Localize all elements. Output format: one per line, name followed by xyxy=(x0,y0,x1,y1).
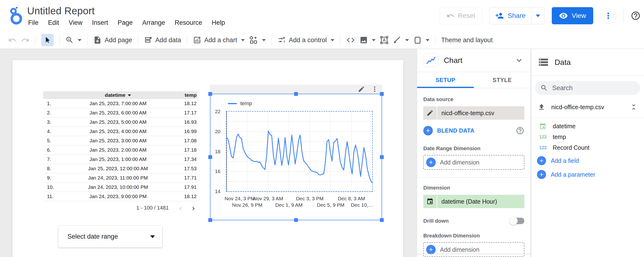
shape-caret xyxy=(426,39,430,41)
table-row: 5.Jan 25, 2023, 3:00:00 AM17.08 xyxy=(43,136,198,146)
reset-button[interactable]: Reset xyxy=(440,7,482,24)
y-tick-label: 22 xyxy=(215,109,220,114)
date-range-control[interactable]: Select date range xyxy=(58,226,162,248)
field-temp[interactable]: 123temp xyxy=(531,132,644,142)
line-chart-widget[interactable]: temp 2220181614 Nov 24, 3 PMNov 29, 3 AM… xyxy=(210,85,382,220)
menu-view[interactable]: View xyxy=(69,19,82,26)
table-row: 8.Jan 25, 2023, 12:00:00 AM17.53 xyxy=(43,164,198,173)
resize-handle-sw[interactable] xyxy=(208,218,212,222)
chart-selection-frame[interactable]: temp 2220181614 Nov 24, 3 PMNov 29, 3 AM… xyxy=(210,94,382,220)
resize-handle-nw[interactable] xyxy=(208,92,212,96)
y-tick-label: 16 xyxy=(215,168,220,174)
table-row: 3.Jan 25, 2023, 5:00:00 AM16.93 xyxy=(43,118,198,127)
share-label: Share xyxy=(508,12,526,20)
add-page-button[interactable]: Add page xyxy=(93,36,132,44)
zoom-tool-button[interactable] xyxy=(65,36,82,44)
report-page[interactable]: datetime temp 1.Jan 25, 2023, 7:00:00 AM… xyxy=(12,60,403,257)
add-parameter-button[interactable]: + Add a parameter xyxy=(531,168,644,181)
search-input[interactable]: Search xyxy=(535,81,640,95)
add-chart-button[interactable]: Add a chart xyxy=(193,36,245,44)
help-icon[interactable] xyxy=(516,126,524,135)
dimension-chip[interactable]: datetime (Date Hour) xyxy=(423,195,524,208)
resize-handle-s[interactable] xyxy=(294,218,298,222)
add-field-button[interactable]: + Add a field xyxy=(531,154,644,167)
view-button[interactable]: View xyxy=(552,7,593,24)
resize-handle-ne[interactable] xyxy=(380,92,384,96)
breakdown-add-dimension[interactable]: + Add dimension xyxy=(423,242,524,257)
data-source-row[interactable]: nicd-office-temp.csv xyxy=(538,101,638,113)
menu-help[interactable]: Help xyxy=(212,19,225,26)
edit-pencil-icon[interactable] xyxy=(358,86,365,93)
column-header-temp[interactable]: temp xyxy=(171,92,198,98)
y-tick-label: 18 xyxy=(215,149,220,154)
report-title[interactable]: Untitled Report xyxy=(27,5,225,17)
tab-setup[interactable]: SETUP xyxy=(417,72,474,88)
cell-datetime: Jan 25, 2023, 12:00:00 AM xyxy=(65,166,171,172)
more-options-button[interactable] xyxy=(600,8,616,24)
add-page-label: Add page xyxy=(105,36,132,44)
data-source-chip[interactable]: nicd-office-temp.csv xyxy=(423,106,524,120)
field-datetime[interactable]: datetime xyxy=(531,121,644,132)
menu-file[interactable]: File xyxy=(28,19,38,26)
menu-edit[interactable]: Edit xyxy=(48,19,59,26)
undo-button[interactable] xyxy=(8,36,17,44)
field-record-count[interactable]: 123Record Count xyxy=(531,142,644,153)
community-viz-caret xyxy=(262,39,266,41)
cell-datetime: Jan 24, 2023, 10:00:00 PM xyxy=(65,184,171,190)
select-tool-button[interactable] xyxy=(41,34,54,46)
chart-more-options-icon[interactable] xyxy=(371,86,378,93)
resize-handle-w[interactable] xyxy=(208,155,212,159)
line-caret xyxy=(405,39,409,41)
column-header-datetime[interactable]: datetime xyxy=(65,92,171,98)
date-range-add-dimension[interactable]: + Add dimension xyxy=(423,155,524,170)
redo-button[interactable] xyxy=(21,36,30,44)
add-data-button[interactable]: Add data xyxy=(144,36,181,44)
insert-shape-button[interactable] xyxy=(413,36,430,44)
next-page-icon[interactable]: › xyxy=(192,204,195,212)
resize-handle-se[interactable] xyxy=(380,218,384,222)
previous-page-icon[interactable]: ‹ xyxy=(179,204,182,212)
blend-data-button[interactable]: BLEND DATA xyxy=(437,127,474,134)
section-divider xyxy=(417,254,530,254)
menu-arrange[interactable]: Arrange xyxy=(142,19,165,26)
zoom-in-icon xyxy=(65,36,74,44)
table-widget[interactable]: datetime temp 1.Jan 25, 2023, 7:00:00 AM… xyxy=(43,91,198,212)
edit-pencil-icon[interactable] xyxy=(423,106,437,120)
menu-resource[interactable]: Resource xyxy=(175,19,202,26)
share-split-button: Share xyxy=(489,7,544,24)
row-number: 10. xyxy=(43,184,65,190)
resize-handle-e[interactable] xyxy=(380,155,384,159)
table-pagination: 1 - 100 / 1481 ‹ › xyxy=(43,204,198,212)
cursor-icon xyxy=(44,36,51,44)
drill-down-toggle[interactable] xyxy=(510,218,524,224)
share-button[interactable]: Share xyxy=(490,8,531,24)
menu-page[interactable]: Page xyxy=(118,19,133,26)
embed-url-button[interactable] xyxy=(346,36,355,44)
tab-style[interactable]: STYLE xyxy=(474,72,530,88)
add-control-button[interactable]: Add a control xyxy=(278,36,334,44)
menu-insert[interactable]: Insert xyxy=(92,19,108,26)
report-canvas[interactable]: datetime temp 1.Jan 25, 2023, 7:00:00 AM… xyxy=(0,49,417,257)
help-icon[interactable] xyxy=(631,11,641,21)
chart-panel-header[interactable]: Chart xyxy=(417,49,530,72)
insert-image-button[interactable] xyxy=(360,36,376,44)
community-visualizations-button[interactable] xyxy=(249,36,266,44)
sort-caret-icon xyxy=(128,94,131,96)
calendar-icon xyxy=(538,123,548,130)
number-type-icon: 123 xyxy=(538,145,548,150)
row-number: 3. xyxy=(43,119,65,125)
chevron-down-icon[interactable] xyxy=(514,56,524,65)
collapse-icon[interactable] xyxy=(630,103,638,111)
y-axis: 2220181614 xyxy=(210,112,223,192)
line-series xyxy=(226,112,372,192)
insert-text-button[interactable] xyxy=(380,36,388,44)
share-dropdown-button[interactable] xyxy=(532,8,544,24)
theme-layout-label: Theme and layout xyxy=(441,36,493,44)
theme-and-layout-button[interactable]: Theme and layout xyxy=(441,36,493,44)
cell-temp: 17.53 xyxy=(171,166,198,172)
row-number: 6. xyxy=(43,147,65,153)
cell-temp: 17.91 xyxy=(171,184,198,190)
resize-handle-n[interactable] xyxy=(294,92,298,96)
insert-line-button[interactable] xyxy=(393,36,409,44)
chart-properties-panel: Chart SETUP STYLE Data source nicd-offic… xyxy=(417,49,530,257)
